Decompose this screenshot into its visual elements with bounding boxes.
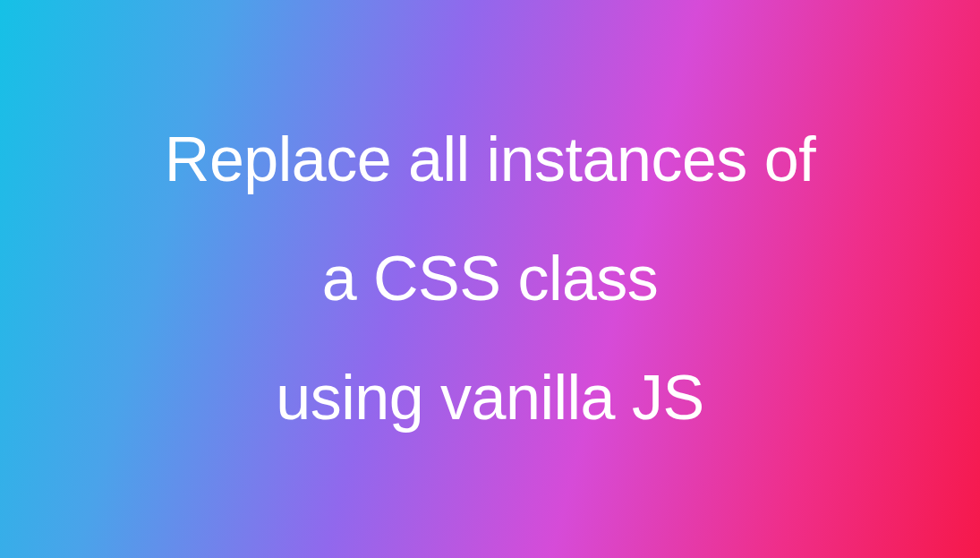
headline-line-3: using vanilla JS <box>276 363 703 433</box>
headline: Replace all instances of a CSS class usi… <box>111 100 869 458</box>
headline-line-1: Replace all instances of <box>165 124 815 194</box>
headline-line-2: a CSS class <box>322 244 659 313</box>
hero-banner: Replace all instances of a CSS class usi… <box>0 0 980 558</box>
